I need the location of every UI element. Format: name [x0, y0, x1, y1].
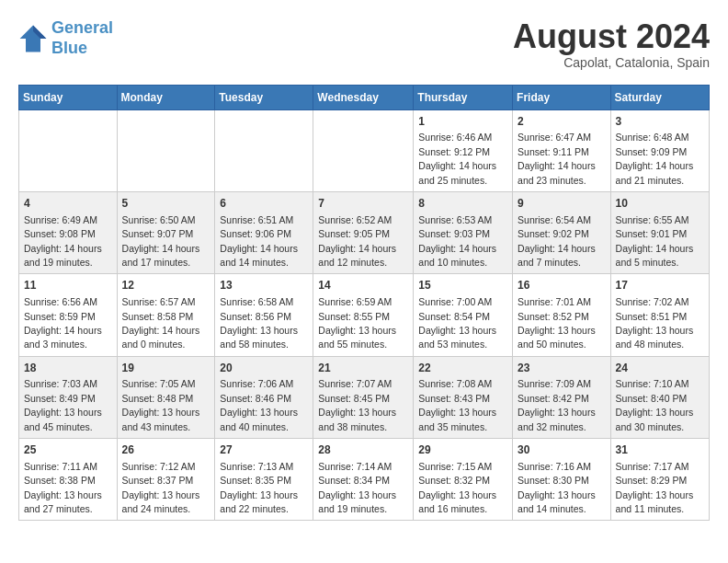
calendar-cell: 31Sunrise: 7:17 AM Sunset: 8:29 PM Dayli… [610, 439, 709, 521]
day-info: Sunrise: 6:47 AM Sunset: 9:11 PM Dayligh… [518, 132, 596, 185]
day-number: 26 [122, 442, 210, 458]
day-number: 10 [616, 196, 704, 212]
day-number: 1 [418, 114, 507, 130]
day-number: 31 [616, 442, 704, 458]
day-info: Sunrise: 7:02 AM Sunset: 8:51 PM Dayligh… [616, 296, 694, 350]
logo-blue: Blue [51, 39, 87, 57]
day-number: 18 [24, 361, 112, 376]
calendar-week-2: 4Sunrise: 6:49 AM Sunset: 9:08 PM Daylig… [19, 191, 710, 273]
calendar-week-1: 1Sunrise: 6:46 AM Sunset: 9:12 PM Daylig… [19, 109, 710, 191]
day-number: 5 [122, 196, 210, 212]
calendar-week-4: 18Sunrise: 7:03 AM Sunset: 8:49 PM Dayli… [19, 356, 710, 438]
day-number: 12 [122, 278, 210, 293]
calendar-cell: 19Sunrise: 7:05 AM Sunset: 8:48 PM Dayli… [117, 356, 215, 438]
logo-icon [18, 24, 48, 53]
title-block: August 2024 Capolat, Catalonia, Spain [513, 18, 710, 70]
day-info: Sunrise: 6:57 AM Sunset: 8:58 PM Dayligh… [122, 296, 200, 350]
day-number: 21 [318, 361, 408, 376]
calendar-cell: 4Sunrise: 6:49 AM Sunset: 9:08 PM Daylig… [19, 191, 118, 273]
day-info: Sunrise: 6:46 AM Sunset: 9:12 PM Dayligh… [418, 132, 496, 185]
day-info: Sunrise: 7:16 AM Sunset: 8:30 PM Dayligh… [518, 461, 596, 514]
day-number: 9 [518, 196, 606, 212]
calendar-cell: 30Sunrise: 7:16 AM Sunset: 8:30 PM Dayli… [513, 439, 611, 521]
day-number: 4 [24, 196, 112, 212]
calendar-cell [215, 109, 313, 191]
calendar-cell: 26Sunrise: 7:12 AM Sunset: 8:37 PM Dayli… [117, 439, 215, 521]
calendar-cell: 5Sunrise: 6:50 AM Sunset: 9:07 PM Daylig… [117, 191, 215, 273]
calendar-cell: 29Sunrise: 7:15 AM Sunset: 8:32 PM Dayli… [414, 439, 513, 521]
day-info: Sunrise: 7:14 AM Sunset: 8:34 PM Dayligh… [318, 461, 396, 514]
calendar-cell [313, 109, 414, 191]
calendar-cell: 1Sunrise: 6:46 AM Sunset: 9:12 PM Daylig… [414, 109, 513, 191]
day-info: Sunrise: 6:50 AM Sunset: 9:07 PM Dayligh… [122, 214, 200, 268]
day-number: 28 [318, 442, 408, 458]
day-number: 19 [122, 361, 210, 376]
calendar-cell: 20Sunrise: 7:06 AM Sunset: 8:46 PM Dayli… [215, 356, 313, 438]
day-number: 23 [518, 361, 606, 376]
day-number: 17 [616, 278, 704, 293]
calendar-cell: 10Sunrise: 6:55 AM Sunset: 9:01 PM Dayli… [610, 191, 709, 273]
day-info: Sunrise: 7:11 AM Sunset: 8:38 PM Dayligh… [24, 461, 102, 514]
calendar-cell [19, 109, 118, 191]
logo: General Blue [18, 18, 113, 58]
day-info: Sunrise: 6:51 AM Sunset: 9:06 PM Dayligh… [220, 214, 298, 268]
calendar-cell: 21Sunrise: 7:07 AM Sunset: 8:45 PM Dayli… [313, 356, 414, 438]
calendar-table: SundayMondayTuesdayWednesdayThursdayFrid… [18, 85, 710, 522]
day-info: Sunrise: 7:08 AM Sunset: 8:43 PM Dayligh… [418, 378, 496, 431]
day-info: Sunrise: 6:58 AM Sunset: 8:56 PM Dayligh… [220, 296, 298, 350]
day-number: 24 [616, 361, 704, 376]
day-number: 14 [318, 278, 408, 293]
day-info: Sunrise: 7:01 AM Sunset: 8:52 PM Dayligh… [518, 296, 596, 350]
day-number: 29 [418, 442, 507, 458]
day-number: 2 [518, 114, 606, 130]
day-info: Sunrise: 7:10 AM Sunset: 8:40 PM Dayligh… [616, 378, 694, 431]
calendar-cell: 22Sunrise: 7:08 AM Sunset: 8:43 PM Dayli… [414, 356, 513, 438]
calendar-cell: 23Sunrise: 7:09 AM Sunset: 8:42 PM Dayli… [513, 356, 611, 438]
weekday-header-saturday: Saturday [610, 85, 709, 109]
day-info: Sunrise: 7:13 AM Sunset: 8:35 PM Dayligh… [220, 461, 298, 514]
day-number: 13 [220, 278, 308, 293]
weekday-header-friday: Friday [513, 85, 611, 109]
day-info: Sunrise: 7:00 AM Sunset: 8:54 PM Dayligh… [418, 296, 496, 350]
weekday-header-tuesday: Tuesday [215, 85, 313, 109]
day-info: Sunrise: 7:15 AM Sunset: 8:32 PM Dayligh… [418, 461, 496, 514]
day-number: 11 [24, 278, 112, 293]
calendar-cell: 11Sunrise: 6:56 AM Sunset: 8:59 PM Dayli… [19, 274, 118, 356]
calendar-cell: 6Sunrise: 6:51 AM Sunset: 9:06 PM Daylig… [215, 191, 313, 273]
day-info: Sunrise: 6:52 AM Sunset: 9:05 PM Dayligh… [318, 214, 396, 268]
day-info: Sunrise: 6:49 AM Sunset: 9:08 PM Dayligh… [24, 214, 102, 268]
calendar-cell: 3Sunrise: 6:48 AM Sunset: 9:09 PM Daylig… [610, 109, 709, 191]
calendar-cell: 9Sunrise: 6:54 AM Sunset: 9:02 PM Daylig… [513, 191, 611, 273]
day-info: Sunrise: 7:06 AM Sunset: 8:46 PM Dayligh… [220, 378, 298, 431]
day-number: 20 [220, 361, 308, 376]
calendar-cell: 15Sunrise: 7:00 AM Sunset: 8:54 PM Dayli… [414, 274, 513, 356]
day-info: Sunrise: 7:12 AM Sunset: 8:37 PM Dayligh… [122, 461, 200, 514]
weekday-header-thursday: Thursday [414, 85, 513, 109]
page-header: General Blue August 2024 Capolat, Catalo… [18, 18, 710, 70]
day-info: Sunrise: 6:53 AM Sunset: 9:03 PM Dayligh… [418, 214, 496, 268]
weekday-header-monday: Monday [117, 85, 215, 109]
calendar-cell: 18Sunrise: 7:03 AM Sunset: 8:49 PM Dayli… [19, 356, 118, 438]
calendar-cell: 16Sunrise: 7:01 AM Sunset: 8:52 PM Dayli… [513, 274, 611, 356]
day-number: 16 [518, 278, 606, 293]
logo-general: General [51, 18, 113, 37]
location-subtitle: Capolat, Catalonia, Spain [513, 55, 710, 70]
day-number: 30 [518, 442, 606, 458]
calendar-cell: 13Sunrise: 6:58 AM Sunset: 8:56 PM Dayli… [215, 274, 313, 356]
day-number: 22 [418, 361, 507, 376]
calendar-cell: 2Sunrise: 6:47 AM Sunset: 9:11 PM Daylig… [513, 109, 611, 191]
calendar-week-5: 25Sunrise: 7:11 AM Sunset: 8:38 PM Dayli… [19, 439, 710, 521]
day-number: 6 [220, 196, 308, 212]
day-info: Sunrise: 6:56 AM Sunset: 8:59 PM Dayligh… [24, 296, 102, 350]
calendar-week-3: 11Sunrise: 6:56 AM Sunset: 8:59 PM Dayli… [19, 274, 710, 356]
day-info: Sunrise: 6:48 AM Sunset: 9:09 PM Dayligh… [616, 132, 694, 185]
weekday-header-wednesday: Wednesday [313, 85, 414, 109]
calendar-cell: 17Sunrise: 7:02 AM Sunset: 8:51 PM Dayli… [610, 274, 709, 356]
day-info: Sunrise: 7:05 AM Sunset: 8:48 PM Dayligh… [122, 378, 200, 431]
day-number: 8 [418, 196, 507, 212]
day-info: Sunrise: 6:59 AM Sunset: 8:55 PM Dayligh… [318, 296, 396, 350]
weekday-header-row: SundayMondayTuesdayWednesdayThursdayFrid… [19, 85, 710, 109]
day-info: Sunrise: 7:17 AM Sunset: 8:29 PM Dayligh… [616, 461, 694, 514]
day-number: 7 [318, 196, 408, 212]
day-info: Sunrise: 6:55 AM Sunset: 9:01 PM Dayligh… [616, 214, 694, 268]
